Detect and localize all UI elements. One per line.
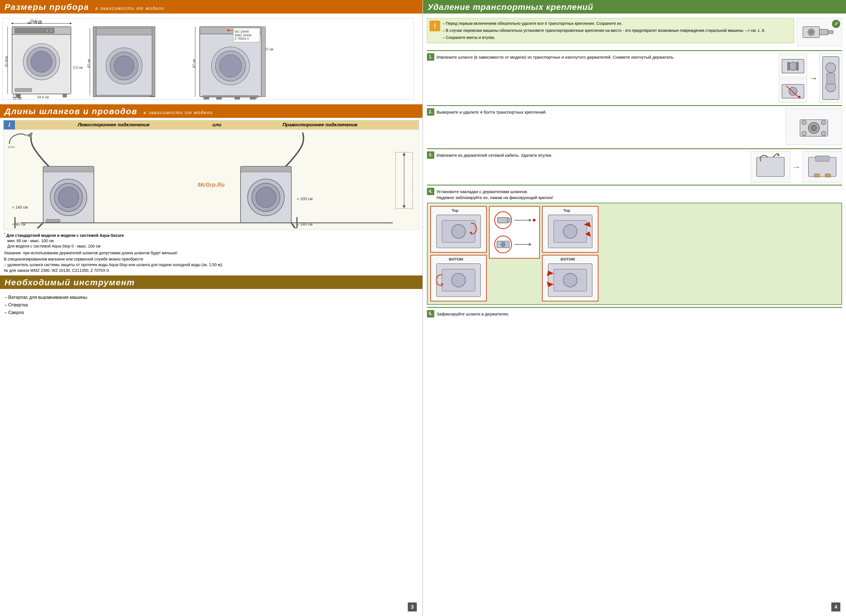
step-2-image bbox=[786, 108, 842, 146]
svg-text:≈ 140 см: ≈ 140 см bbox=[12, 205, 28, 210]
svg-rect-84 bbox=[820, 29, 828, 35]
svg-rect-58 bbox=[46, 219, 60, 222]
warning-box: ! – Перед первым включением обязательно … bbox=[427, 18, 794, 43]
left-page: Размеры прибора в зависимости от модели … bbox=[0, 0, 423, 616]
hose-notes: * Для стандартной модели и модели с сист… bbox=[4, 232, 419, 273]
right-connection-label: Правостороннее подключение bbox=[224, 122, 416, 128]
dimensions-subtitle: в зависимости от модели bbox=[95, 6, 164, 11]
step-4-number: 4. bbox=[427, 188, 434, 195]
svg-rect-116 bbox=[825, 174, 831, 177]
hose-diagram: ≈ 140 см ≈ 90 см ≈ 130 см кран bbox=[3, 130, 419, 230]
step4-circle1 bbox=[492, 209, 537, 232]
note-purchase-line: В специализированном магазине или сервис… bbox=[4, 257, 419, 261]
left-connection-label: Левостороннее подключение bbox=[18, 122, 210, 128]
step4-circles bbox=[489, 206, 540, 258]
svg-point-83 bbox=[809, 31, 813, 34]
machine-middle-drawing: 82 см bbox=[87, 27, 155, 97]
step3-img2 bbox=[803, 151, 842, 182]
note-aquasecure-line1: Для стандартной модели и модели с систем… bbox=[6, 233, 124, 238]
svg-text:5,5 см: 5,5 см bbox=[73, 66, 83, 70]
machine-left-drawing: ок. 75 кг bbox=[4, 19, 83, 100]
svg-marker-77 bbox=[403, 152, 405, 155]
dimensions-svg: ок. 75 кг bbox=[2, 18, 414, 100]
svg-rect-28 bbox=[93, 27, 96, 97]
warning-icon: ! bbox=[429, 21, 440, 31]
svg-point-24 bbox=[114, 56, 134, 76]
step4-right-col: Top BOTOM bbox=[542, 206, 598, 301]
step-4-section: 4. Установите накладки с держателями шла… bbox=[427, 188, 842, 305]
step1-img1 bbox=[779, 54, 807, 78]
svg-text:82 см: 82 см bbox=[87, 59, 91, 68]
step4-left-col: Top BOTOM bbox=[430, 206, 487, 301]
hose-info-bar: i Левостороннее подключение или Правосто… bbox=[3, 120, 419, 130]
warning-line1: – Перед первым включением обязательно уд… bbox=[442, 21, 765, 26]
divider-2 bbox=[427, 105, 842, 106]
step-3-images: → bbox=[751, 151, 842, 182]
step-1-images: → bbox=[779, 53, 842, 103]
step3-arrow: → bbox=[792, 162, 801, 172]
svg-point-6 bbox=[46, 29, 48, 32]
svg-rect-99 bbox=[827, 73, 835, 84]
step-5-row: 5. Зафиксируйте шланги в держателях. bbox=[427, 310, 842, 317]
svg-text:≈ 130 см: ≈ 130 см bbox=[297, 130, 313, 131]
step-2-number: 2. bbox=[427, 108, 434, 116]
svg-rect-8 bbox=[15, 88, 32, 92]
hose-diagram-svg: ≈ 140 см ≈ 90 см ≈ 130 см кран bbox=[4, 130, 416, 228]
step-5-text: Зафиксируйте шланги в держателях. bbox=[436, 310, 842, 317]
svg-text:BOTOM: BOTOM bbox=[449, 257, 463, 261]
svg-marker-112 bbox=[777, 154, 780, 156]
svg-rect-10 bbox=[63, 94, 67, 97]
svg-point-3 bbox=[31, 51, 52, 72]
svg-point-120 bbox=[452, 224, 466, 238]
step-3-text-row: 3. Извлеките из держателей сетевой кабел… bbox=[427, 151, 748, 159]
svg-point-132 bbox=[533, 219, 536, 221]
hose-title: Длины шлангов и проводов bbox=[4, 107, 137, 116]
step-3-number: 3. bbox=[427, 151, 434, 159]
tool-2: – Отвертка bbox=[4, 301, 418, 309]
step-4-diagram: Top BOTOM bbox=[427, 203, 842, 305]
step1-img2 bbox=[779, 79, 807, 103]
svg-point-141 bbox=[563, 224, 577, 238]
dimensions-header: Размеры прибора в зависимости от модели bbox=[0, 0, 422, 13]
svg-text:≈ 130 см: ≈ 130 см bbox=[21, 130, 36, 131]
step-4-main-text: Установите накладки с держателями шланго… bbox=[436, 188, 553, 201]
svg-rect-48 bbox=[204, 97, 209, 100]
step4-img-top-left: Top bbox=[430, 206, 487, 252]
hose-header: Длины шлангов и проводов в зависимости о… bbox=[0, 104, 422, 118]
warning-text: – Перед первым включением обязательно уд… bbox=[442, 21, 765, 41]
step-1-row: 1. Извлеките шланги (в зависимости от мо… bbox=[427, 53, 842, 103]
svg-point-108 bbox=[821, 120, 826, 125]
step1-img3-tall bbox=[820, 53, 842, 103]
tools-header: Необходимый инструмент bbox=[0, 276, 422, 289]
svg-rect-129 bbox=[507, 219, 511, 222]
step-1-number: 1. bbox=[427, 53, 434, 61]
svg-text:Top: Top bbox=[452, 208, 458, 213]
svg-rect-128 bbox=[498, 217, 509, 223]
svg-point-89 bbox=[789, 62, 797, 70]
svg-text:≈ 100 см: ≈ 100 см bbox=[297, 197, 313, 201]
right-machine-hose: ≈ 130 см ≈ 100 см ≈ 140 см bbox=[241, 130, 313, 228]
step-1-content: 1. Извлеките шланги (в зависимости от мо… bbox=[427, 53, 776, 103]
step-4-line2: Надежно заблокируйте их, нажав на фиксир… bbox=[436, 195, 553, 200]
svg-point-107 bbox=[802, 120, 806, 125]
svg-point-110 bbox=[821, 131, 826, 136]
svg-text:54,4 см: 54,4 см bbox=[37, 95, 49, 99]
svg-rect-47 bbox=[203, 95, 258, 97]
svg-text:87 см: 87 см bbox=[192, 59, 196, 68]
warning-and-image: ! – Перед первым включением обязательно … bbox=[427, 18, 842, 47]
svg-point-125 bbox=[452, 273, 466, 287]
tool-3: – Сверло bbox=[4, 309, 418, 316]
svg-text:15 см: 15 см bbox=[13, 97, 21, 100]
divider-3 bbox=[427, 148, 842, 149]
svg-text:Z 7060X 0: Z 7060X 0 bbox=[235, 37, 249, 40]
step-1-text-row: 1. Извлеките шланги (в зависимости от мо… bbox=[427, 53, 776, 61]
asterisk-label: * bbox=[4, 232, 5, 236]
svg-point-56 bbox=[58, 187, 79, 207]
step-2-content: 2. Выверните и удалите 4 болта транспорт… bbox=[427, 108, 783, 146]
watermark: McGrp.Ru bbox=[198, 181, 225, 188]
note-usage-warning: Указание: при использовании держателей ш… bbox=[4, 251, 419, 255]
step2-svg bbox=[786, 108, 842, 145]
step-2-row: 2. Выверните и удалите 4 болта транспорт… bbox=[427, 108, 842, 146]
note-hose-extender: – удлинитель шланга системы защиты от пр… bbox=[4, 263, 419, 267]
step-2-text: Выверните и удалите 4 болта транспортных… bbox=[436, 108, 783, 115]
